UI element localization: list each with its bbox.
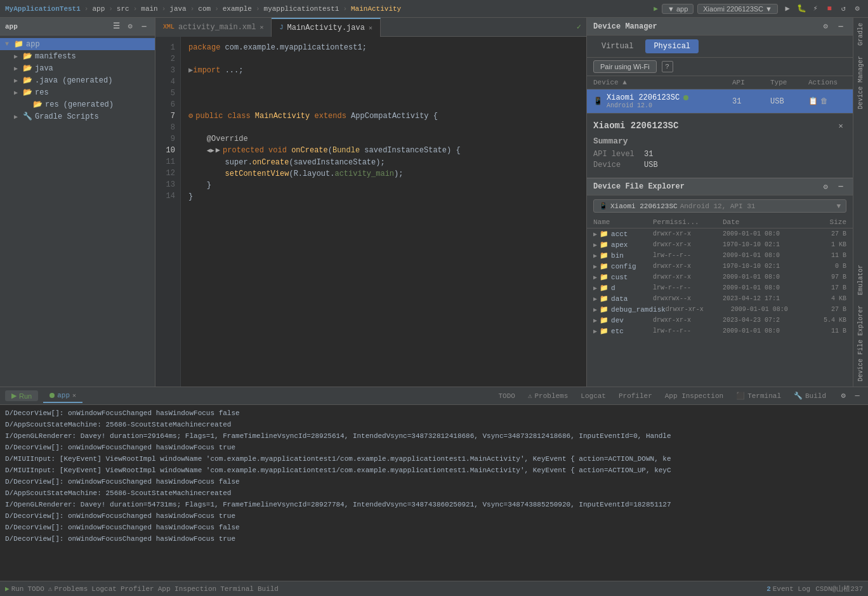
tab-activity-main-xml[interactable]: XML activity_main.xml ✕: [155, 18, 272, 37]
dm-settings-icon[interactable]: ⚙: [820, 21, 831, 32]
bottom-tab-terminal[interactable]: ⬛ Terminal: [730, 389, 787, 402]
dfe-minimize-icon[interactable]: —: [835, 181, 846, 192]
status-profiler[interactable]: Profiler: [121, 585, 154, 593]
dfe-date-cust: 2009-01-01 08:0: [723, 274, 812, 281]
run-btn[interactable]: ▶: [782, 3, 793, 15]
close-tab-java[interactable]: ✕: [369, 24, 372, 32]
sidebar-icon-2[interactable]: ⚙: [124, 21, 136, 32]
event-log-count: 2: [766, 585, 771, 593]
dfe-settings-icon[interactable]: ⚙: [820, 181, 831, 192]
code-line-11: super.onCreate(savedInstanceState);: [188, 157, 586, 168]
dfe-row-cust[interactable]: ▶ 📁 cust drwxr-xr-x 2009-01-01 08:0 97 B: [587, 272, 853, 282]
pair-wifi-btn[interactable]: Pair using Wi-Fi: [593, 60, 657, 73]
code-content[interactable]: package com.example.myapplicationtest1; …: [181, 37, 586, 387]
phone-icon-small: 📱: [599, 202, 608, 210]
gradle-vert-tab[interactable]: Gradle: [856, 20, 865, 48]
bottom-tab-todo[interactable]: TODO: [492, 390, 521, 402]
sidebar-item-res[interactable]: ▶ 📂 res: [0, 86, 155, 98]
dfe-row-apex[interactable]: ▶ 📁 apex drwxr-xr-x 1970-10-10 02:1 1 KB: [587, 239, 853, 250]
stop-btn[interactable]: ■: [824, 3, 835, 15]
status-todo[interactable]: TODO: [27, 585, 44, 593]
dfe-row-dev[interactable]: ▶ 📁 dev drwxr-xr-x 2023-04-23 07:2 5.4 K…: [587, 315, 853, 326]
sidebar-item-app[interactable]: ▼ 📁 app: [0, 38, 155, 50]
help-btn[interactable]: ?: [662, 61, 673, 72]
file-action-icon[interactable]: 📋: [808, 96, 818, 106]
dfe-row-debug-ramdisk[interactable]: ▶ 📁 debug_ramdisk drwxr-xr-x 2009-01-01 …: [587, 304, 853, 315]
device-info: 📱 Xiaomi 2206123SC Android 12.0: [593, 93, 732, 109]
dfe-row-d[interactable]: ▶ 📁 d lrw-r--r-- 2009-01-01 08:0 17 B: [587, 282, 853, 293]
dfe-device-select[interactable]: 📱 Xiaomi 2206123SC Android 12, API 31 ▼: [593, 199, 846, 213]
close-detail-btn[interactable]: ✕: [835, 120, 846, 131]
code-line-14: }: [188, 191, 586, 202]
tab-physical[interactable]: Physical: [645, 39, 699, 53]
dfe-row-bin[interactable]: ▶ 📁 bin lrw-r--r-- 2009-01-01 08:0 11 B: [587, 250, 853, 261]
close-tab-xml[interactable]: ✕: [260, 23, 263, 31]
log-content[interactable]: D/DecorView[]: onWindowFocusChanged hasW…: [0, 405, 868, 581]
dfe-row-data[interactable]: ▶ 📁 data drwxrwx--x 2023-04-12 17:1 4 KB: [587, 293, 853, 304]
profile-btn[interactable]: ⚡: [810, 3, 821, 15]
col-api-header: API: [732, 79, 770, 86]
bottom-settings-icon[interactable]: ⚙: [838, 390, 849, 402]
dfe-file-list: ▶ 📁 acct drwxr-xr-x 2009-01-01 08:0 27 B…: [587, 228, 853, 387]
run-app-btn[interactable]: ▶ Run: [5, 390, 38, 401]
status-terminal[interactable]: Terminal: [220, 585, 254, 593]
status-run[interactable]: ▶ Run: [5, 585, 23, 593]
sidebar-item-java-gen[interactable]: ▶ 📂 .java (generated): [0, 74, 155, 86]
sidebar-icon-1[interactable]: ☰: [110, 21, 122, 32]
sync-btn[interactable]: ↺: [838, 3, 849, 15]
dfe-vert-tab[interactable]: Device File Explorer: [856, 303, 865, 384]
dfe-row-config[interactable]: ▶ 📁 config drwxr-xr-x 1970-10-10 02:1 0 …: [587, 261, 853, 272]
sidebar-minimize[interactable]: —: [138, 21, 150, 32]
event-log-btn[interactable]: 2 Event Log: [766, 584, 810, 593]
sidebar-item-gradle[interactable]: ▶ 🔧 Gradle Scripts: [0, 110, 155, 123]
status-build[interactable]: Build: [258, 585, 279, 593]
sidebar-item-java[interactable]: ▶ 📂 java: [0, 62, 155, 74]
bottom-tab-problems[interactable]: ⚠ Problems: [522, 389, 574, 402]
dfe-col-size-header: Size: [812, 218, 846, 226]
sidebar-item-res-gen[interactable]: 📂 res (generated): [0, 98, 155, 110]
status-logcat[interactable]: Logcat: [91, 585, 117, 593]
dfe-size-apex: 1 KB: [812, 241, 846, 248]
device-row-xiaomi[interactable]: 📱 Xiaomi 2206123SC Android 12.0 31 USB 📋…: [587, 89, 853, 113]
delete-action-icon[interactable]: 🗑: [820, 96, 828, 106]
bottom-minimize-icon[interactable]: —: [852, 390, 863, 402]
device-selector-btn[interactable]: Xiaomi 2206123SC ▼: [697, 4, 778, 14]
run-label: Run: [19, 392, 32, 400]
bottom-tab-app[interactable]: app ✕: [43, 389, 82, 403]
dfe-date-bin: 2009-01-01 08:0: [723, 252, 812, 259]
status-problems[interactable]: ⚠ Problems: [48, 585, 88, 593]
close-app-tab[interactable]: ✕: [72, 392, 76, 399]
bottom-tab-profiler[interactable]: Profiler: [612, 390, 659, 402]
dfe-expand-arrow: ▶: [593, 284, 597, 292]
dfe-perm-cust: drwxr-xr-x: [653, 274, 723, 281]
phone-icon: 📱: [593, 96, 603, 106]
app-selector-btn[interactable]: ▼ app: [662, 4, 694, 14]
dfe-folder-icon: 📁: [600, 241, 608, 249]
todo-label: TODO: [498, 392, 515, 400]
problems-label: Problems: [535, 392, 569, 400]
dfe-row-etc[interactable]: ▶ 📁 etc lrw-r--r-- 2009-01-01 08:0 11 B: [587, 326, 853, 336]
device-manager-vert-tab[interactable]: Device Manager: [856, 53, 865, 112]
bottom-tab-build[interactable]: 🔧 Build: [787, 389, 832, 402]
right-panel: Device Manager ⚙ — Virtual Physical Pair…: [586, 18, 853, 387]
col-device-header[interactable]: Device ▲: [593, 79, 732, 86]
folder-icon: 📂: [23, 76, 32, 85]
sidebar-item-manifests[interactable]: ▶ 📂 manifests: [0, 50, 155, 62]
status-app-inspection[interactable]: App Inspection: [158, 585, 216, 593]
dfe-row-acct[interactable]: ▶ 📁 acct drwxr-xr-x 2009-01-01 08:0 27 B: [587, 228, 853, 239]
bottom-tab-logcat[interactable]: Logcat: [574, 390, 612, 402]
api-level-label: API level: [593, 150, 644, 159]
emulator-vert-tab[interactable]: Emulator: [856, 262, 865, 298]
code-line-7: ⚙public class MainActivity extends AppCo…: [188, 110, 586, 122]
tab-mainactivity-java[interactable]: J MainActivity.java ✕: [272, 18, 380, 37]
code-editor[interactable]: 1 2 3 4 5 6 7 8 9 10 11 12 13 14 package…: [155, 37, 586, 387]
settings-btn[interactable]: ⚙: [852, 3, 863, 15]
tab-virtual[interactable]: Virtual: [593, 39, 641, 53]
bottom-tab-app-inspection[interactable]: App Inspection: [659, 390, 730, 402]
sidebar-label-res: res: [35, 88, 49, 97]
debug-btn[interactable]: 🐛: [796, 3, 807, 15]
dm-minimize-icon[interactable]: —: [835, 21, 846, 32]
device-table-header: Device ▲ API Type Actions: [587, 76, 853, 89]
dfe-size-data: 4 KB: [812, 295, 846, 302]
code-line-13: }: [188, 180, 586, 191]
